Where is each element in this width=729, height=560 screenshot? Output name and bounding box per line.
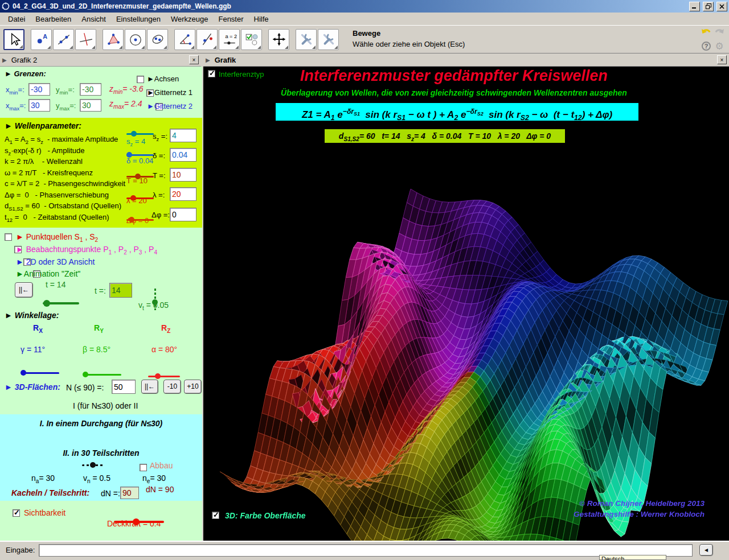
- tool-reflect-button[interactable]: [196, 29, 218, 50]
- view-subtitle: Überlagerung von Wellen, die von zwei gl…: [237, 88, 670, 97]
- winkellage-title: ► Winkellage:: [5, 311, 59, 320]
- menu-einstellungen[interactable]: Einstellungen: [111, 14, 166, 24]
- lambda-input[interactable]: [170, 187, 196, 201]
- tool-slider-button[interactable]: a = 2: [219, 29, 240, 50]
- sichtbarkeit-section: Sichtbarkeit Deckkraft = 0.4: [0, 501, 202, 541]
- ry-slider-knob[interactable]: [83, 372, 88, 377]
- tool-checkbox-button[interactable]: [241, 29, 262, 50]
- menu-ansicht[interactable]: Ansicht: [76, 14, 111, 24]
- delta-input[interactable]: [170, 148, 196, 162]
- xmin-input[interactable]: [28, 83, 50, 96]
- tool-line-button[interactable]: [53, 29, 74, 50]
- tool-perpendicular-line-button[interactable]: [75, 29, 96, 50]
- xmax-input[interactable]: [28, 99, 50, 112]
- interferenztyp-checkbox[interactable]: [208, 70, 215, 77]
- sichtbarkeit-checkbox[interactable]: [13, 509, 20, 517]
- sz-input[interactable]: [170, 129, 196, 142]
- tool-custom-1-button[interactable]: [296, 29, 317, 50]
- vn-slider-knob[interactable]: [90, 462, 96, 468]
- punktquellen-checkbox[interactable]: [5, 233, 12, 241]
- wellen-line: A1 = A2 = sz - maximale Amplitude: [5, 135, 118, 145]
- grenzen-section: ► Grenzen: xmin=: ymin=: zmin= -3.6 xmax…: [0, 67, 202, 118]
- wellen-line: sz·exp(-δ r) - Amplitude: [5, 146, 85, 157]
- durchgang-section: I. In einem Durchgang (für N≤30) II. in …: [0, 414, 202, 501]
- gear-icon: ⚙: [715, 40, 723, 52]
- wellen-line: ω = 2 π/T - Kreisfrequenz: [5, 168, 93, 177]
- farbe-oberflaeche-checkbox[interactable]: [212, 512, 219, 519]
- tool-move-button[interactable]: [3, 29, 24, 50]
- n-input[interactable]: [112, 380, 136, 394]
- restore-button[interactable]: [703, 2, 714, 11]
- achsen-checkbox[interactable]: [137, 76, 144, 83]
- tool-polygon-button[interactable]: [103, 29, 124, 50]
- close-button[interactable]: [716, 2, 727, 11]
- time-slider-knob[interactable]: [43, 300, 50, 307]
- tool-conic-button[interactable]: [147, 29, 168, 50]
- rz-slider[interactable]: [148, 376, 180, 377]
- achsen-label: ►Achsen: [147, 75, 179, 83]
- ymin-input[interactable]: [80, 83, 101, 96]
- punktquellen-label: ► Punktquellen S1 , S2: [16, 232, 98, 243]
- dphi-input-label: Δφ =:: [151, 211, 170, 219]
- rz-label: RZ: [161, 323, 170, 334]
- n-minus10-button[interactable]: -10: [163, 380, 181, 394]
- T-input[interactable]: [170, 168, 196, 182]
- redo-button[interactable]: [714, 27, 725, 38]
- help-button[interactable]: ?: [701, 40, 712, 52]
- panel-collapse-icon[interactable]: ▶: [206, 57, 210, 63]
- tool-circle-button[interactable]: [125, 29, 146, 50]
- ymax-input[interactable]: [80, 99, 101, 112]
- grafik-header[interactable]: ▶ Grafik ×: [203, 53, 729, 67]
- line-icon: [56, 32, 71, 47]
- menu-bearbeiten[interactable]: Bearbeiten: [30, 14, 76, 24]
- animation-zeit-label: ►Animation "Zeit": [16, 269, 80, 278]
- beobachtungspunkte-label: ► Beabachtungspunkte P1 , P2 , P3 , P4: [16, 245, 157, 256]
- settings-button[interactable]: ⚙: [714, 40, 725, 52]
- delta-slider[interactable]: [126, 154, 154, 156]
- n-reset-button[interactable]: ||←: [141, 380, 158, 394]
- rz-slider-knob[interactable]: [155, 373, 161, 379]
- n-plus10-button[interactable]: +10: [184, 380, 202, 394]
- rx-slider-knob[interactable]: [21, 370, 26, 376]
- menu-werkzeuge[interactable]: Werkzeuge: [166, 14, 214, 24]
- flaechen-title: ► 3D-Flächen:: [5, 382, 60, 392]
- time-pause-button[interactable]: ||←: [15, 282, 33, 298]
- tool-point-button[interactable]: A: [31, 29, 52, 50]
- minimize-button[interactable]: [689, 2, 700, 11]
- wellenparameter-section: ► Wellenparameter: A1 = A2 = sz - maxima…: [0, 118, 202, 228]
- ry-slider[interactable]: [84, 374, 121, 376]
- gitternetz2-label: ►Gitternetz 2: [147, 102, 193, 110]
- redo-icon: [714, 27, 724, 38]
- options-section: ► Punktquellen S1 , S2 ► Beabachtungspun…: [0, 228, 202, 414]
- tool-angle-button[interactable]: [174, 29, 195, 50]
- minimize-icon: [692, 4, 697, 9]
- undo-button[interactable]: [701, 27, 712, 38]
- sz-slider-knob[interactable]: [131, 131, 137, 137]
- sz-slider[interactable]: [126, 133, 154, 135]
- time-input[interactable]: [109, 283, 132, 298]
- eingabe-input[interactable]: [39, 544, 693, 557]
- tool-translate-view-button[interactable]: [268, 29, 289, 50]
- close-icon: [719, 4, 724, 9]
- vn-slider[interactable]: [82, 464, 104, 466]
- abbau-checkbox[interactable]: [140, 464, 147, 471]
- grafik2-close-button[interactable]: ×: [189, 55, 199, 64]
- menu-fenster[interactable]: Fenster: [213, 14, 248, 24]
- graphics-view[interactable]: Interferenztyp Interferenzmuster gedämpf…: [203, 67, 729, 541]
- panel-collapse-icon[interactable]: ▶: [2, 57, 7, 63]
- sz-slider-label: sz = 4: [126, 137, 145, 147]
- gamma-label: γ = 11°: [21, 345, 45, 354]
- time-slider[interactable]: [43, 302, 79, 304]
- credit-line-1: © Roman Chijner, Heidelberg 2013: [522, 498, 705, 509]
- rx-slider[interactable]: [22, 372, 59, 374]
- geogebra-window: 04_2_GG4_3D_und_2D_Interferenzmuster_ged…: [0, 0, 729, 560]
- time-input-label: t =:: [95, 286, 106, 295]
- input-options-button[interactable]: ◂: [699, 544, 713, 556]
- menu-hilfe[interactable]: Hilfe: [249, 14, 274, 24]
- menu-datei[interactable]: Datei: [3, 14, 30, 24]
- tool-custom-2-button[interactable]: [318, 29, 339, 50]
- grafik-close-button[interactable]: ×: [717, 55, 727, 64]
- grafik2-header[interactable]: ▶ Grafik 2 ×: [0, 53, 201, 67]
- dn-input[interactable]: [120, 487, 139, 499]
- dphi-input[interactable]: [170, 208, 196, 221]
